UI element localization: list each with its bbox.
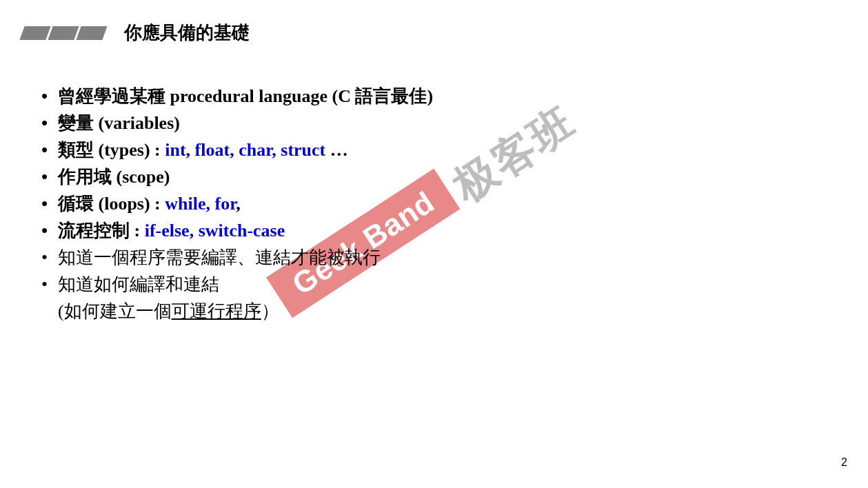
text: 變量	[58, 113, 94, 133]
keyword: if-else, switch-case	[145, 221, 285, 241]
page-number: 2	[841, 456, 847, 469]
text: ,	[236, 194, 241, 214]
sub-bullet-loops: 循環 (loops) : while, for,	[41, 190, 433, 217]
keyword: while, for	[165, 194, 236, 214]
watermark-cn: 极客班	[443, 93, 587, 215]
text: 曾經學過某種	[58, 86, 165, 106]
text: 流程控制	[58, 221, 130, 241]
bar-icon	[76, 26, 107, 40]
bar-icon	[48, 26, 79, 40]
sub-bullet-types: 類型 (types) : int, float, char, struct …	[41, 136, 433, 163]
text: 循環	[58, 194, 94, 214]
text: (types) :	[94, 140, 165, 160]
underlined-text: 可運行程序	[172, 301, 261, 321]
slide: Geek Band 极客班 你應具備的基礎 曾經學過某種 procedural …	[0, 0, 868, 488]
text: (loops) :	[94, 194, 165, 214]
bullet-3: 知道如何編譯和連結 (如何建立一個可運行程序）	[41, 271, 433, 325]
text: 語言最佳	[355, 86, 427, 106]
header-bars-icon	[22, 26, 105, 40]
text: 如何建立一個	[64, 301, 172, 321]
text: (	[58, 301, 64, 321]
text: (scope)	[112, 167, 170, 187]
keyword: int, float, char, struct	[165, 140, 325, 160]
sub-bullet-scope: 作用域 (scope)	[41, 163, 433, 190]
sub-bullet-flow: 流程控制 : if-else, switch-case	[41, 217, 433, 244]
text: ）	[261, 301, 279, 321]
text: …	[325, 140, 348, 160]
text: :	[130, 221, 145, 241]
text: )	[427, 86, 433, 106]
slide-title: 你應具備的基礎	[124, 21, 250, 45]
bar-icon	[19, 26, 50, 40]
bullet-2: 知道一個程序需要編譯、連結才能被執行	[41, 244, 433, 271]
sub-bullet-variables: 變量 (variables)	[41, 110, 433, 136]
text: 類型	[58, 140, 94, 160]
slide-header: 你應具備的基礎	[22, 21, 250, 45]
text: (variables)	[94, 113, 180, 133]
slide-content: 曾經學過某種 procedural language (C 語言最佳) 變量 (…	[41, 83, 433, 325]
text: procedural language (C	[165, 86, 355, 106]
text: 知道一個程序需要編譯、連結才能被執行	[58, 247, 381, 267]
bullet-1: 曾經學過某種 procedural language (C 語言最佳)	[41, 83, 433, 110]
text: 作用域	[58, 167, 112, 187]
text: 知道如何編譯和連結	[58, 274, 219, 294]
